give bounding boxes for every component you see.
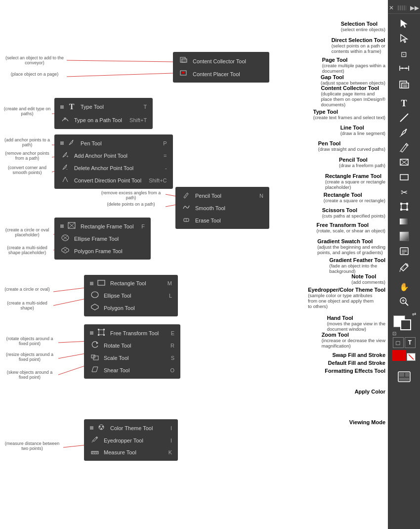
apply-color-btn[interactable] (392, 350, 406, 361)
gradient-feather-tool-btn[interactable] (391, 229, 417, 244)
active-indicator (60, 224, 64, 228)
pencil-tool-flyout-item[interactable]: Pencil Tool N (175, 189, 269, 202)
svg-rect-6 (402, 83, 409, 88)
type-tool-flyout-item[interactable]: T Type Tool T (54, 100, 153, 113)
ellipse-flyout-item[interactable]: Ellipse Tool L (84, 289, 178, 302)
shear-tool-flyout-item[interactable]: Shear Tool O (84, 364, 180, 376)
type-on-path-annotation: (create and edit type on paths) (2, 106, 52, 116)
free-transform-icon (399, 202, 409, 213)
scissors-tool-btn[interactable]: ✂ (391, 185, 417, 200)
pencil-icon (399, 142, 409, 154)
smooth-tool-flyout-item[interactable]: Smooth Tool (175, 202, 269, 214)
formatting-effects-label: Formatting Effects Tool (325, 368, 385, 374)
rect-frame-flyout-item[interactable]: Rectangle Frame Tool F (54, 220, 151, 232)
page-tool-btn[interactable]: ⊡ (391, 46, 417, 61)
svg-rect-25 (400, 248, 408, 255)
convert-direction-flyout-item[interactable]: Convert Direction Point Tool Shift+C (54, 174, 173, 186)
scale-tool-flyout-item[interactable]: Scale Tool S (84, 352, 180, 364)
rotate-annotation: (rotate objects around a fixed point) (2, 336, 57, 346)
ellipse-frame-annotation: (create a circle or oval placeholder) (2, 227, 52, 237)
default-fill-stroke-btn[interactable]: ⊡ (392, 331, 396, 336)
delete-anchor-annotation: (remove anchor points from a path) (2, 151, 52, 161)
rectangle-tool-btn[interactable] (391, 170, 417, 185)
note-icon (399, 246, 409, 258)
erase-annotation: (delete points on a path) (99, 202, 163, 207)
rect-flyout-item[interactable]: Rectangle Tool M (84, 277, 178, 289)
active-indicator (60, 141, 64, 145)
rectangle-frame-icon (399, 157, 409, 169)
active-indicator (90, 282, 93, 285)
content-collector-flyout-item[interactable]: Content Collector Tool (173, 54, 269, 68)
close-icon[interactable]: ✕ (389, 4, 394, 11)
polygon-annotation: (create a multi-sided shape) (2, 301, 52, 310)
polygon-flyout-item[interactable]: Polygon Tool (84, 302, 178, 314)
measure-tool-flyout-item[interactable]: Measure Tool K (84, 446, 178, 458)
gap-tool-btn[interactable] (391, 61, 417, 76)
add-anchor-flyout-item[interactable]: + Add Anchor Point Tool = (54, 149, 173, 162)
type-on-path-flyout-item[interactable]: T Type on a Path Tool Shift+T (54, 113, 153, 127)
selection-tool-btn[interactable] (391, 17, 417, 32)
pen-tool-label: Pen Tool (draw straight and curved paths… (318, 140, 385, 152)
formatting-text-btn[interactable]: T (405, 337, 416, 348)
type-flyout-icon: T (67, 102, 77, 111)
add-anchor-annotation: (add anchor points to a path) (2, 137, 52, 147)
stroke-swatch[interactable] (400, 319, 411, 330)
note-tool-btn[interactable] (391, 244, 417, 259)
eyedropper-tool-btn[interactable] (391, 259, 417, 277)
content-placer-annotation: (place object on a page) (2, 72, 67, 77)
svg-point-73 (102, 426, 104, 428)
free-transform-flyout-item[interactable]: Free Transform Tool E (84, 327, 180, 339)
content-collector-tool-btn[interactable] (391, 76, 417, 94)
gradient-swatch-icon (399, 217, 409, 228)
svg-rect-21 (406, 209, 408, 211)
svg-line-47 (63, 177, 65, 182)
delete-anchor-icon: - (60, 164, 70, 172)
measure-tool-icon (90, 448, 100, 456)
type-tool-label: Type Tool (create text frames and select… (313, 109, 385, 120)
swap-fill-stroke-btn[interactable]: ⇄ (412, 311, 416, 317)
svg-line-48 (65, 177, 68, 182)
svg-point-10 (405, 129, 407, 130)
color-theme-flyout-item[interactable]: Color Theme Tool I (84, 422, 178, 434)
formatting-area: □ T (391, 337, 417, 348)
gap-tool-label: Gap Tool (adjust space between objects) (321, 74, 385, 86)
rect-flyout-icon (96, 279, 106, 287)
rectangle-frame-tool-btn[interactable] (391, 155, 417, 170)
pen-tool-flyout-item[interactable]: Pen Tool P (54, 137, 173, 149)
pen-tool-btn[interactable] (391, 126, 417, 140)
gradient-feather-tool-label: Gradient Feather Tool (fade an object in… (330, 257, 385, 274)
rotate-tool-icon (90, 341, 100, 350)
expand-icon[interactable]: ▶▶ (410, 4, 419, 11)
svg-marker-62 (91, 304, 98, 310)
free-transform-tool-label: Free Transform Tool (rotate, scale, or s… (317, 222, 385, 233)
erase-tool-flyout-item[interactable]: Erase Tool (175, 214, 269, 226)
svg-line-85 (67, 73, 173, 77)
polygon-frame-flyout-item[interactable]: Polygon Frame Tool (54, 245, 151, 257)
zoom-tool-btn[interactable] (391, 295, 417, 309)
type-tool-btn[interactable]: T (391, 96, 417, 111)
pencil-tool-btn[interactable] (391, 140, 417, 155)
svg-rect-22 (400, 219, 409, 224)
viewing-mode-btn[interactable] (391, 369, 417, 386)
eyedropper-flyout-item[interactable]: Eyedropper Tool I (84, 434, 178, 446)
line-tool-btn[interactable] (391, 111, 417, 126)
rotate-tool-flyout-item[interactable]: Rotate Tool R (84, 339, 180, 352)
svg-rect-41 (182, 59, 187, 62)
apply-none-btn[interactable] (407, 353, 416, 361)
svg-marker-68 (96, 342, 98, 344)
add-anchor-icon: + (60, 151, 70, 160)
content-placer-flyout-item[interactable]: Content Placer Tool (173, 68, 269, 80)
zoom-tool-label: Zoom Tool (increase or decrease the view… (322, 332, 385, 349)
direct-selection-tool-btn[interactable] (391, 32, 417, 46)
color-theme-icon (96, 424, 106, 432)
svg-rect-66 (98, 334, 99, 336)
rect-flyout: Rectangle Tool M Ellipse Tool L Polygon … (84, 275, 178, 316)
apply-color-label: Apply Color (355, 389, 385, 395)
formatting-container-btn[interactable]: □ (393, 337, 404, 348)
ellipse-frame-flyout-item[interactable]: Ellipse Frame Tool (54, 232, 151, 245)
free-transform-tool-btn[interactable] (391, 200, 417, 215)
hand-tool-btn[interactable]: ✋ (391, 280, 417, 295)
delete-anchor-flyout-item[interactable]: - Delete Anchor Point Tool - (54, 162, 173, 174)
gradient-swatch-tool-btn[interactable] (391, 215, 417, 229)
free-transform-flyout: Free Transform Tool E Rotate Tool R Scal… (84, 324, 180, 379)
